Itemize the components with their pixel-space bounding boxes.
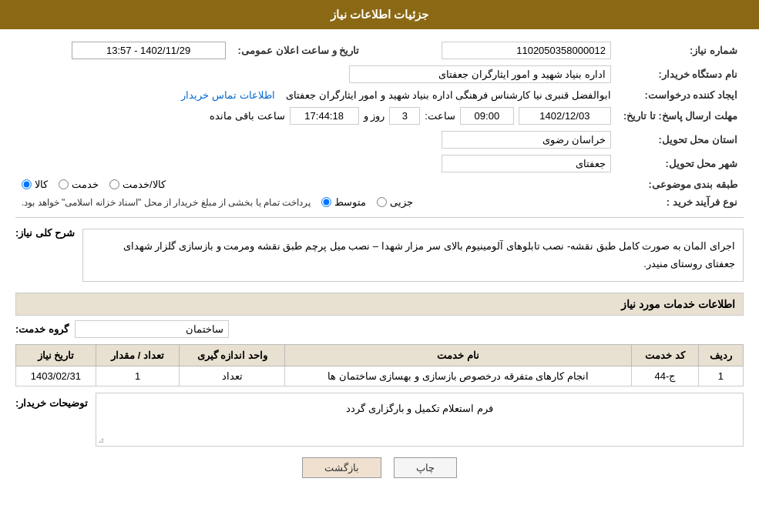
table-row: 1ج-44انجام کارهای متفرقه درخصوص بازسازی … <box>16 366 744 386</box>
back-button[interactable]: بازگشت <box>302 457 381 478</box>
print-button[interactable]: چاپ <box>394 457 457 478</box>
nam-dastgah-label: نام دستگاه خریدار: <box>617 62 744 86</box>
ostan-label: استان محل تحویل: <box>617 128 744 152</box>
nawh-jozi-option[interactable]: جزیی <box>377 196 413 208</box>
cell-vahed: تعداد <box>180 366 285 386</box>
cell-kod: ج-44 <box>632 366 699 386</box>
mohlat-remaining: 17:44:18 <box>290 107 359 125</box>
mohlat-saat: 09:00 <box>460 107 514 125</box>
nam-dastgah-value: اداره بنیاد شهید و امور ایثارگران جعفتای <box>349 65 611 83</box>
tabaqe-kala-khadamat-radio[interactable] <box>109 179 119 189</box>
nawh-note: پرداخت تمام یا بخشی از مبلغ خریدار از مح… <box>22 197 311 208</box>
nawh-mutawasit-option[interactable]: متوسط <box>321 196 366 208</box>
towzih-value: فرم استعلام تکمیل و بارگزاری گردد <box>102 400 737 414</box>
tabaqe-kala-khadamat-label: کالا/خدمت <box>123 179 166 190</box>
cell-tarikh: 1403/02/31 <box>16 366 96 386</box>
col-radif: ردیف <box>698 344 743 366</box>
col-name: نام خدمت <box>285 344 632 366</box>
nawh-label: نوع فرآیند خرید : <box>617 193 744 211</box>
group-khadamat-value: ساختمان <box>75 320 229 338</box>
mohlat-roz-label: روز و <box>364 110 385 122</box>
tabaqe-khadamat-option[interactable]: خدمت <box>59 179 99 190</box>
group-khadamat-label: گروه خدمت: <box>15 323 69 335</box>
col-kod: کد خدمت <box>632 344 699 366</box>
tabaqe-khadamat-radio[interactable] <box>59 179 69 189</box>
mohlat-date: 1402/12/03 <box>519 107 611 125</box>
towzih-label: توضیحات خریدار: <box>15 393 88 409</box>
sharh-value: اجرای المان به صورت کامل طبق نقشه- نصب ت… <box>82 229 744 282</box>
ijad-value: ابوالفضل قنبری نیا کارشناس فرهنگی اداره … <box>286 89 611 101</box>
khadamat-section-title: اطلاعات خدمات مورد نیاز <box>15 293 744 316</box>
tabaqe-kala-radio[interactable] <box>22 179 32 189</box>
tabaqe-label: طبقه بندی موضوعی: <box>617 176 744 193</box>
col-vahed: واحد اندازه گیری <box>180 344 285 366</box>
mohlat-saat-label: ساعت: <box>425 110 455 122</box>
page-title: جزئیات اطلاعات نیاز <box>0 0 759 29</box>
mohlat-roz: 3 <box>389 107 420 125</box>
cell-radif: 1 <box>698 366 743 386</box>
col-tarikh: تاریخ نیاز <box>16 344 96 366</box>
cell-tedad: 1 <box>96 366 180 386</box>
ijad-label: ایجاد کننده درخواست: <box>617 86 744 104</box>
ostan-value: خراسان رضوی <box>442 131 611 149</box>
resize-icon: ⊿ <box>98 436 104 444</box>
tarikh-label: تاریخ و ساعت اعلان عمومی: <box>232 38 366 62</box>
col-tedad: تعداد / مقدار <box>96 344 180 366</box>
nawh-jozi-label: جزیی <box>390 196 413 208</box>
nawh-mutawasit-label: متوسط <box>334 196 366 208</box>
mohlat-saat2-label: ساعت باقی مانده <box>210 110 284 122</box>
tarikh-value: 1402/11/29 - 13:57 <box>72 42 226 59</box>
ittilaat-tamas-link[interactable]: اطلاعات تماس خریدار <box>181 89 274 101</box>
shahr-value: جعفتای <box>442 155 611 172</box>
shomara-niaz-value: 1102050358000012 <box>442 42 611 59</box>
tabaqe-khadamat-label: خدمت <box>72 179 99 190</box>
shomara-niaz-label: شماره نیاز: <box>617 38 744 62</box>
sharh-label: شرح کلی نیاز: <box>15 224 75 239</box>
tabaqe-kala-option[interactable]: کالا <box>22 179 48 190</box>
nawh-mutawasit-radio[interactable] <box>321 197 331 207</box>
tabaqe-kala-label: کالا <box>35 179 48 190</box>
nawh-jozi-radio[interactable] <box>377 197 387 207</box>
tabaqe-kala-khadamat-option[interactable]: کالا/خدمت <box>109 179 166 190</box>
shahr-label: شهر محل تحویل: <box>617 152 744 176</box>
mohlat-label: مهلت ارسال پاسخ: تا تاریخ: <box>617 104 744 128</box>
cell-name: انجام کارهای متفرقه درخصوص بازسازی و بهس… <box>285 366 632 386</box>
towzih-box: فرم استعلام تکمیل و بارگزاری گردد ⊿ <box>96 393 744 447</box>
